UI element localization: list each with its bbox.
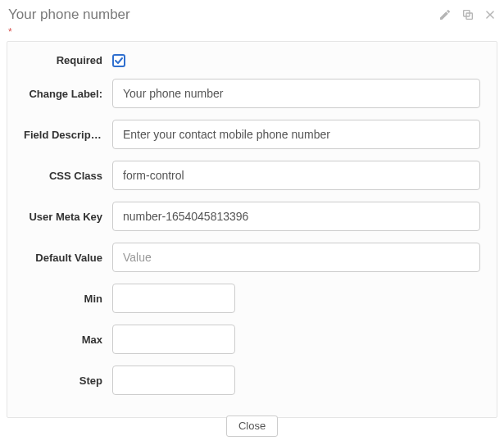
label-field-description: Field Descript...: [24, 129, 112, 141]
copy-icon[interactable]: [461, 8, 474, 21]
close-button[interactable]: Close: [226, 415, 278, 437]
required-asterisk: *: [0, 26, 504, 41]
row-user-meta-key: User Meta Key: [24, 202, 480, 231]
editor-header: Your phone number: [0, 0, 504, 26]
label-required: Required: [24, 54, 112, 66]
label-step: Step: [24, 375, 112, 387]
row-required: Required: [24, 53, 480, 67]
label-css-class: CSS Class: [24, 170, 112, 182]
step-input[interactable]: [112, 366, 235, 395]
close-icon[interactable]: [484, 9, 496, 20]
row-default-value: Default Value: [24, 243, 480, 272]
default-value-input[interactable]: [112, 243, 480, 272]
field-title: Your phone number: [8, 7, 438, 23]
label-change-label: Change Label:: [24, 88, 112, 100]
row-css-class: CSS Class: [24, 161, 480, 190]
row-max: Max: [24, 325, 480, 354]
footer: Close: [0, 419, 504, 445]
row-step: Step: [24, 366, 480, 395]
row-min: Min: [24, 284, 480, 313]
field-settings-panel: Required Change Label: Field Descript...…: [7, 41, 497, 418]
row-change-label: Change Label:: [24, 79, 480, 108]
css-class-input[interactable]: [112, 161, 480, 190]
field-description-input[interactable]: [112, 120, 480, 149]
label-max: Max: [24, 334, 112, 346]
edit-icon[interactable]: [438, 8, 452, 21]
user-meta-key-input[interactable]: [112, 202, 480, 231]
required-checkbox[interactable]: [112, 54, 125, 67]
min-input[interactable]: [112, 284, 235, 313]
change-label-input[interactable]: [112, 79, 480, 108]
max-input[interactable]: [112, 325, 235, 354]
label-default-value: Default Value: [24, 252, 112, 264]
header-action-icons: [438, 8, 496, 21]
label-user-meta-key: User Meta Key: [24, 211, 112, 223]
label-min: Min: [24, 293, 112, 305]
row-field-description: Field Descript...: [24, 120, 480, 149]
